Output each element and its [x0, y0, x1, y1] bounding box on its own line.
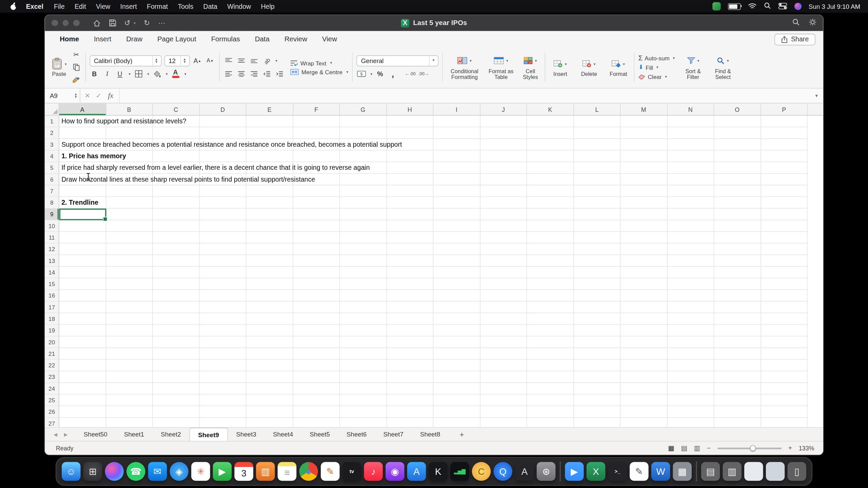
font-name-select[interactable]: Calibri (Body) ▲▼	[90, 55, 161, 66]
row-header-2[interactable]: 2	[45, 127, 59, 139]
cell-I2[interactable]	[433, 127, 480, 139]
cell-O23[interactable]	[714, 371, 761, 383]
dock-icon-app-a-dark[interactable]: A	[515, 462, 534, 481]
cell-N14[interactable]	[667, 267, 714, 278]
cell-M18[interactable]	[620, 313, 667, 325]
cell-M17[interactable]	[620, 302, 667, 313]
column-header-G[interactable]: G	[340, 103, 387, 115]
cell-E22[interactable]	[246, 360, 293, 371]
cell-E10[interactable]	[246, 220, 293, 232]
cell-P10[interactable]	[761, 220, 808, 232]
cell-D17[interactable]	[200, 302, 246, 313]
redo-icon[interactable]: ↻	[144, 19, 150, 26]
save-icon[interactable]	[109, 19, 116, 26]
cell-A6[interactable]: Draw horizontal lines at these sharp rev…	[59, 174, 106, 185]
cell-A18[interactable]	[59, 313, 106, 325]
cell-H26[interactable]	[387, 406, 433, 418]
cell-J2[interactable]	[480, 127, 527, 139]
cell-G15[interactable]	[340, 278, 387, 290]
comma-style-icon[interactable]: ,	[388, 68, 398, 80]
dock-icon-coin[interactable]: C	[472, 462, 491, 481]
cell-B27[interactable]	[106, 418, 153, 427]
cell-K16[interactable]	[527, 290, 574, 302]
cell-O17[interactable]	[714, 302, 761, 313]
column-header-P[interactable]: P	[761, 103, 808, 115]
cell-H6[interactable]	[387, 174, 433, 185]
dock-icon-books[interactable]: ▥	[256, 462, 275, 481]
cell-P13[interactable]	[761, 255, 808, 267]
dock-icon-photos[interactable]: ✳	[191, 462, 210, 481]
cell-A17[interactable]	[59, 302, 106, 313]
cell-M4[interactable]	[620, 150, 667, 162]
cell-P23[interactable]	[761, 371, 808, 383]
cell-G27[interactable]	[340, 418, 387, 427]
align-middle-icon[interactable]	[236, 55, 246, 66]
dock-icon-terminal[interactable]: >_	[608, 462, 627, 481]
home-icon[interactable]	[93, 19, 100, 27]
cell-H19[interactable]	[387, 325, 433, 336]
cell-H21[interactable]	[387, 348, 433, 360]
dock-icon-whatsapp[interactable]: ☎	[126, 462, 145, 481]
cell-K3[interactable]	[527, 139, 574, 150]
cell-A2[interactable]	[59, 127, 106, 139]
wifi-icon[interactable]	[748, 1, 756, 11]
dock-icon-music[interactable]: ♪	[364, 462, 383, 481]
column-header-L[interactable]: L	[574, 103, 620, 115]
control-center-icon[interactable]	[778, 1, 787, 11]
sheet-tab-sheet50[interactable]: Sheet50	[75, 428, 116, 441]
cell-I8[interactable]	[433, 197, 480, 208]
cell-C7[interactable]	[153, 185, 200, 197]
wrap-text-button[interactable]: Wrap Text▾	[290, 60, 348, 66]
cell-L1[interactable]	[574, 116, 620, 127]
cell-O18[interactable]	[714, 313, 761, 325]
cell-H16[interactable]	[387, 290, 433, 302]
cell-F19[interactable]	[293, 325, 340, 336]
dock-icon-apple-tv[interactable]: tv	[342, 462, 361, 481]
column-header-C[interactable]: C	[153, 103, 200, 115]
cell-C22[interactable]	[153, 360, 200, 371]
cell-E24[interactable]	[246, 383, 293, 394]
cell-G12[interactable]	[340, 243, 387, 255]
search-icon[interactable]	[792, 18, 800, 28]
cell-L24[interactable]	[574, 383, 620, 394]
cell-L11[interactable]	[574, 232, 620, 243]
cell-F15[interactable]	[293, 278, 340, 290]
cell-L13[interactable]	[574, 255, 620, 267]
cell-H14[interactable]	[387, 267, 433, 278]
add-sheet-button[interactable]: +	[460, 430, 464, 439]
cell-E27[interactable]	[246, 418, 293, 427]
cell-P19[interactable]	[761, 325, 808, 336]
cell-E12[interactable]	[246, 243, 293, 255]
cell-C17[interactable]	[153, 302, 200, 313]
cell-M25[interactable]	[620, 394, 667, 406]
cell-G26[interactable]	[340, 406, 387, 418]
cell-O9[interactable]	[714, 209, 761, 220]
dock-icon-excel[interactable]: X	[587, 462, 606, 481]
cell-F7[interactable]	[293, 185, 340, 197]
cell-D18[interactable]	[200, 313, 246, 325]
dock-icon-downloads-folder[interactable]: ▤	[701, 462, 720, 481]
cell-G22[interactable]	[340, 360, 387, 371]
cell-K24[interactable]	[527, 383, 574, 394]
menu-item-edit[interactable]: Edit	[70, 2, 91, 10]
cell-F11[interactable]	[293, 232, 340, 243]
cell-C23[interactable]	[153, 371, 200, 383]
cell-G25[interactable]	[340, 394, 387, 406]
cell-D23[interactable]	[200, 371, 246, 383]
row-header-18[interactable]: 18	[45, 313, 59, 325]
cell-N4[interactable]	[667, 150, 714, 162]
cell-O13[interactable]	[714, 255, 761, 267]
dock-icon-siri[interactable]	[105, 462, 124, 481]
cell-I24[interactable]	[433, 383, 480, 394]
cell-O6[interactable]	[714, 174, 761, 185]
cell-J19[interactable]	[480, 325, 527, 336]
cell-I26[interactable]	[433, 406, 480, 418]
cell-F17[interactable]	[293, 302, 340, 313]
cell-H13[interactable]	[387, 255, 433, 267]
cell-N18[interactable]	[667, 313, 714, 325]
cell-M10[interactable]	[620, 220, 667, 232]
cell-O22[interactable]	[714, 360, 761, 371]
cell-M1[interactable]	[620, 116, 667, 127]
cell-F23[interactable]	[293, 371, 340, 383]
cell-M6[interactable]	[620, 174, 667, 185]
